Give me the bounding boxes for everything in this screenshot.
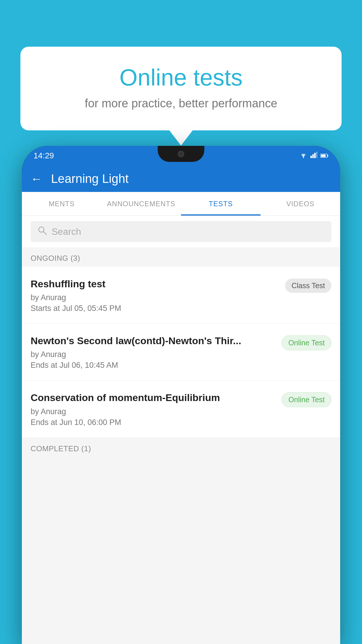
completed-section-header: COMPLETED (1) bbox=[22, 438, 340, 457]
test-info-3: Conservation of momentum-Equilibrium by … bbox=[31, 391, 276, 427]
phone-screen: Search ONGOING (3) Reshuffling test by A… bbox=[22, 216, 340, 644]
test-badge-2: Online Test bbox=[282, 335, 331, 350]
test-item-1[interactable]: Reshuffling test by Anurag Starts at Jul… bbox=[22, 267, 340, 324]
bubble-subtitle: for more practice, better performance bbox=[44, 97, 318, 110]
test-by-2: by Anurag bbox=[31, 350, 276, 359]
back-button[interactable]: ← bbox=[31, 172, 42, 186]
phone-camera bbox=[178, 151, 184, 157]
phone-frame: 14:29 bbox=[22, 146, 340, 644]
test-time-3: Ends at Jun 10, 06:00 PM bbox=[31, 418, 276, 427]
signal-icon bbox=[310, 152, 317, 160]
app-title: Learning Light bbox=[51, 172, 129, 186]
search-input[interactable]: Search bbox=[52, 226, 81, 237]
search-input-wrap[interactable]: Search bbox=[31, 221, 331, 242]
test-by-3: by Anurag bbox=[31, 407, 276, 416]
test-info-1: Reshuffling test by Anurag Starts at Jul… bbox=[31, 277, 279, 313]
test-time-1: Starts at Jul 05, 05:45 PM bbox=[31, 304, 279, 313]
test-name-1: Reshuffling test bbox=[31, 277, 279, 290]
test-time-2: Ends at Jul 06, 10:45 AM bbox=[31, 361, 276, 370]
svg-rect-4 bbox=[316, 152, 318, 158]
tab-announcements[interactable]: ANNOUNCEMENTS bbox=[101, 192, 181, 216]
tab-ments[interactable]: MENTS bbox=[22, 192, 101, 216]
svg-rect-3 bbox=[314, 153, 316, 158]
test-name-3: Conservation of momentum-Equilibrium bbox=[31, 391, 276, 404]
test-item-2[interactable]: Newton's Second law(contd)-Newton's Thir… bbox=[22, 324, 340, 381]
speech-bubble: Online tests for more practice, better p… bbox=[20, 47, 342, 130]
svg-rect-1 bbox=[310, 156, 312, 158]
app-header: ← Learning Light bbox=[22, 166, 340, 192]
test-list: Reshuffling test by Anurag Starts at Jul… bbox=[22, 267, 340, 438]
tab-tests[interactable]: TESTS bbox=[181, 192, 261, 216]
svg-rect-2 bbox=[312, 154, 314, 158]
ongoing-section-header: ONGOING (3) bbox=[22, 247, 340, 267]
svg-rect-7 bbox=[321, 155, 326, 157]
test-badge-3: Online Test bbox=[282, 392, 331, 407]
svg-line-9 bbox=[43, 232, 46, 235]
phone-notch bbox=[158, 146, 204, 162]
search-bar: Search bbox=[22, 216, 340, 247]
search-icon bbox=[38, 226, 47, 237]
status-time: 14:29 bbox=[34, 151, 54, 160]
bubble-title: Online tests bbox=[44, 64, 318, 91]
status-bar: 14:29 bbox=[22, 146, 340, 166]
svg-rect-6 bbox=[327, 155, 328, 157]
svg-point-0 bbox=[303, 157, 304, 158]
test-by-1: by Anurag bbox=[31, 293, 279, 302]
status-icons bbox=[299, 152, 328, 160]
test-info-2: Newton's Second law(contd)-Newton's Thir… bbox=[31, 334, 276, 370]
test-name-2: Newton's Second law(contd)-Newton's Thir… bbox=[31, 334, 276, 347]
test-item-3[interactable]: Conservation of momentum-Equilibrium by … bbox=[22, 381, 340, 438]
tabs-container: MENTS ANNOUNCEMENTS TESTS VIDEOS bbox=[22, 192, 340, 216]
wifi-icon bbox=[299, 152, 307, 160]
test-badge-1: Class Test bbox=[285, 279, 331, 293]
battery-icon bbox=[320, 152, 328, 160]
tab-videos[interactable]: VIDEOS bbox=[261, 192, 340, 216]
